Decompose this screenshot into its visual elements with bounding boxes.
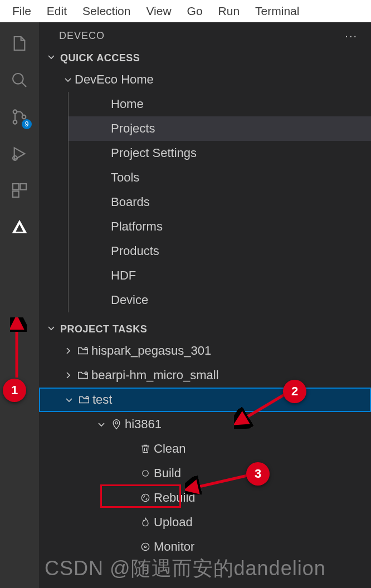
action-monitor[interactable]: Monitor: [39, 535, 371, 559]
annotation-box-build: [100, 484, 181, 508]
qa-boards[interactable]: Boards: [69, 190, 371, 214]
annotation-arrow-1: [10, 317, 27, 379]
activity-bar: 9: [0, 22, 39, 588]
menu-run[interactable]: Run: [211, 1, 248, 21]
circle-icon: [137, 468, 154, 478]
svg-point-3: [13, 120, 17, 124]
menu-go[interactable]: Go: [179, 1, 211, 21]
svg-rect-8: [13, 191, 19, 197]
svg-point-10: [85, 372, 87, 375]
svg-line-1: [22, 82, 26, 87]
menu-edit[interactable]: Edit: [39, 1, 75, 21]
svg-point-13: [143, 471, 149, 477]
run-debug-icon[interactable]: [9, 144, 30, 164]
menu-view[interactable]: View: [138, 1, 179, 21]
menu-selection[interactable]: Selection: [75, 1, 138, 21]
section-project-tasks[interactable]: PROJECT TASKS: [39, 320, 371, 339]
svg-point-9: [85, 347, 87, 350]
sidebar-title: DEVECO: [59, 30, 105, 42]
project-hispark[interactable]: hispark_pegasus_301: [39, 339, 371, 363]
sidebar-panel: DEVECO ··· QUICK ACCESS DevEco Home Home…: [39, 22, 371, 588]
annotation-1: 1: [3, 379, 26, 402]
flame-icon: [137, 517, 154, 528]
tree-label: DevEco Home: [75, 72, 154, 87]
svg-point-4: [22, 115, 26, 119]
qa-projects[interactable]: Projects: [69, 116, 371, 141]
svg-rect-6: [13, 184, 19, 190]
search-icon[interactable]: [9, 70, 30, 90]
extensions-icon[interactable]: [9, 180, 30, 200]
chevron-right-icon: [61, 346, 75, 355]
qa-device[interactable]: Device: [69, 288, 371, 312]
menu-terminal[interactable]: Terminal: [247, 1, 307, 21]
qa-home[interactable]: Home: [69, 92, 371, 116]
project-test[interactable]: test: [39, 388, 371, 412]
svg-line-18: [238, 393, 287, 422]
more-actions-icon[interactable]: ···: [345, 30, 358, 42]
svg-rect-7: [20, 184, 26, 190]
deveco-icon[interactable]: [9, 217, 30, 237]
location-icon: [108, 419, 125, 430]
project-bearpi[interactable]: bearpi-hm_micro_small: [39, 363, 371, 388]
tree-deveco-home[interactable]: DevEco Home: [39, 67, 371, 92]
annotation-2: 2: [283, 380, 306, 403]
qa-hdf[interactable]: HDF: [69, 263, 371, 288]
svg-point-11: [86, 396, 89, 399]
svg-point-15: [141, 543, 149, 550]
menu-file[interactable]: File: [4, 1, 39, 21]
explorer-icon[interactable]: [9, 33, 30, 53]
chevron-down-icon: [46, 324, 57, 335]
action-upload[interactable]: Upload: [39, 510, 371, 535]
folder-icon: [75, 369, 91, 381]
qa-project-settings[interactable]: Project Settings: [69, 141, 371, 165]
svg-point-12: [115, 422, 118, 424]
monitor-icon: [137, 541, 154, 552]
svg-point-0: [13, 74, 23, 84]
trash-icon: [137, 443, 154, 454]
chevron-right-icon: [61, 371, 75, 380]
chevron-down-icon: [61, 75, 75, 84]
chevron-down-icon: [62, 395, 76, 404]
target-hi3861[interactable]: hi3861: [39, 412, 371, 437]
sidebar-header: DEVECO ···: [39, 22, 371, 49]
chevron-down-icon: [46, 52, 57, 64]
section-label: QUICK ACCESS: [60, 52, 140, 64]
action-clean[interactable]: Clean: [39, 437, 371, 461]
source-control-icon[interactable]: 9: [9, 107, 30, 127]
annotation-arrow-3: [185, 472, 252, 494]
annotation-3: 3: [246, 462, 270, 486]
qa-platforms[interactable]: Platforms: [69, 214, 371, 239]
svg-point-16: [144, 546, 146, 547]
chevron-down-icon: [95, 420, 108, 429]
annotation-arrow-2: [234, 390, 290, 429]
menubar: File Edit Selection View Go Run Terminal: [0, 0, 371, 22]
svg-line-19: [189, 476, 247, 489]
folder-icon: [76, 394, 92, 406]
svg-point-2: [13, 110, 17, 114]
folder-icon: [75, 345, 91, 357]
qa-products[interactable]: Products: [69, 239, 371, 263]
qa-tools[interactable]: Tools: [69, 165, 371, 190]
section-label: PROJECT TASKS: [60, 324, 147, 335]
source-control-badge: 9: [22, 119, 32, 129]
section-quick-access[interactable]: QUICK ACCESS: [39, 49, 371, 67]
